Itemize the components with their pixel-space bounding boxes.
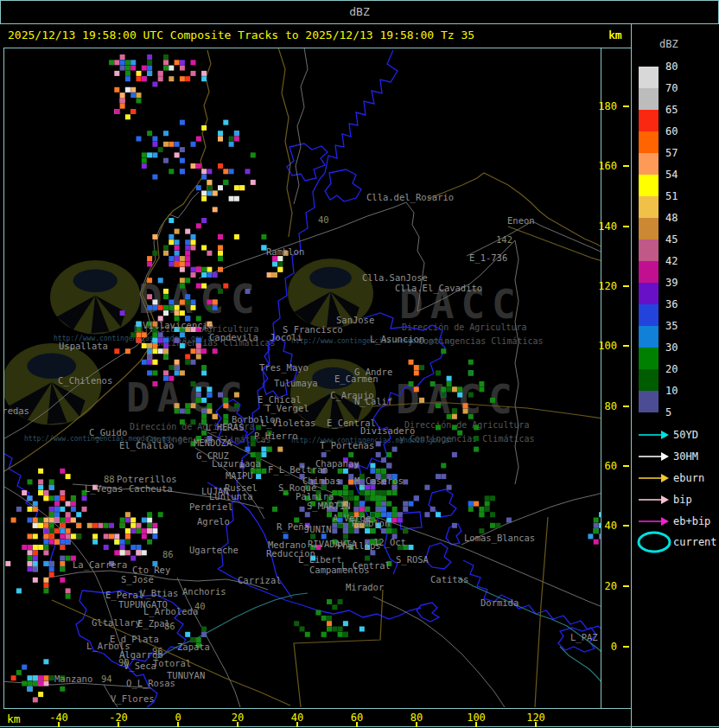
radar-pixel — [277, 256, 283, 261]
radar-pixel — [175, 152, 180, 157]
radar-pixel — [175, 239, 180, 245]
right-axis-tick-mark — [623, 285, 629, 287]
radar-pixel — [175, 338, 180, 343]
radar-pixel — [152, 348, 157, 354]
radar-pixel — [71, 507, 76, 512]
radar-pixel — [370, 463, 375, 469]
map-city-label: Villavicencio — [143, 320, 213, 330]
radar-pixel — [66, 556, 71, 561]
radar-pixel — [392, 528, 398, 533]
radar-pixel — [60, 518, 65, 523]
radar-pixel — [49, 572, 54, 578]
radar-pixel — [223, 284, 228, 289]
radar-pixel — [180, 310, 185, 316]
radar-pixel — [201, 246, 207, 251]
bottom-axis-tick-mark — [356, 722, 358, 727]
radar-pixel — [163, 251, 169, 256]
radar-pixel — [43, 583, 48, 588]
radar-pixel — [142, 152, 147, 157]
radar-pixel — [33, 550, 38, 555]
dacc-watermark-text: DACC — [138, 276, 262, 322]
radar-pixel — [60, 566, 65, 572]
radar-pixel — [120, 60, 125, 65]
radar-pixel — [66, 501, 71, 507]
radar-pixel — [485, 495, 490, 501]
map-route-number: 40 — [318, 214, 329, 225]
map-city-label: Campamentos — [309, 565, 370, 575]
radar-pixel — [479, 386, 484, 392]
radar-pixel — [137, 550, 142, 555]
radar-pixel — [137, 93, 142, 98]
map-road-line — [515, 240, 519, 484]
radar-pixel — [169, 376, 174, 381]
map-city-label: aredas — [0, 406, 29, 416]
radar-pixel — [152, 251, 157, 256]
radar-pixel — [120, 540, 125, 545]
radar-pixel — [201, 71, 207, 76]
radar-pixel — [180, 343, 185, 348]
map-route-number: 94 — [101, 674, 112, 684]
radar-pixel — [169, 218, 174, 223]
radar-pixel — [49, 675, 54, 680]
radar-pixel — [180, 419, 185, 425]
right-axis-km-header: km — [608, 29, 622, 42]
radar-pixel — [125, 550, 130, 555]
radar-pixel — [104, 545, 109, 550]
radar-pixel — [49, 540, 54, 545]
radar-pixel — [196, 137, 201, 142]
map-city-label: Uspallata — [59, 341, 108, 351]
radar-pixel — [163, 338, 169, 343]
radar-pixel — [191, 419, 196, 425]
radar-pixel — [414, 495, 419, 501]
radar-pixel — [207, 386, 212, 392]
radar-pixel — [218, 246, 223, 251]
radar-pixel — [147, 528, 152, 533]
radar-pixel — [343, 621, 348, 626]
radar-pixel — [169, 234, 174, 239]
right-axis-tick-mark — [623, 105, 629, 107]
radar-pixel — [147, 294, 152, 299]
radar-pixel — [229, 169, 234, 174]
right-axis-tick-mark — [623, 226, 629, 227]
radar-pixel — [213, 191, 218, 196]
map-route-number: 86 — [162, 549, 174, 559]
radar-pixel — [365, 490, 370, 495]
radar-pixel — [114, 540, 119, 545]
dbz-scale-swatch — [639, 196, 659, 218]
dbz-scale-swatch — [639, 348, 659, 369]
radar-pixel — [137, 71, 142, 76]
radar-pixel — [201, 370, 207, 375]
dbz-scale-swatch — [639, 67, 659, 88]
bottom-axis-tick-mark — [177, 722, 179, 727]
radar-pixel — [398, 512, 403, 517]
radar-pixel — [381, 495, 386, 501]
dbz-scale-swatch — [639, 88, 659, 110]
radar-pixel — [234, 234, 239, 239]
radar-pixel — [223, 180, 228, 185]
radar-pixel — [28, 545, 33, 550]
radar-pixel — [49, 479, 54, 484]
radar-pixel — [207, 409, 212, 414]
radar-pixel — [234, 137, 239, 142]
radar-pixel — [33, 523, 38, 528]
radar-pixel — [392, 512, 398, 517]
radar-pixel — [386, 528, 391, 533]
radar-pixel — [60, 686, 65, 692]
radar-pixel — [16, 507, 22, 512]
radar-pixel — [163, 305, 169, 310]
radar-pixel — [54, 507, 60, 512]
radar-pixel — [207, 267, 212, 272]
radar-pixel — [28, 507, 33, 512]
radar-pixel — [213, 272, 218, 278]
radar-pixel — [130, 93, 136, 98]
map-city-label: M_Caseros — [354, 476, 404, 487]
radar-pixel — [490, 398, 495, 403]
radar-pixel — [447, 485, 452, 490]
radar-pixel — [38, 479, 43, 484]
radar-pixel — [152, 528, 157, 533]
radar-pixel — [33, 578, 38, 583]
radar-pixel — [43, 533, 48, 539]
radar-pixel — [54, 495, 60, 501]
radar-pixel — [191, 239, 196, 245]
radar-pixel — [60, 469, 65, 474]
